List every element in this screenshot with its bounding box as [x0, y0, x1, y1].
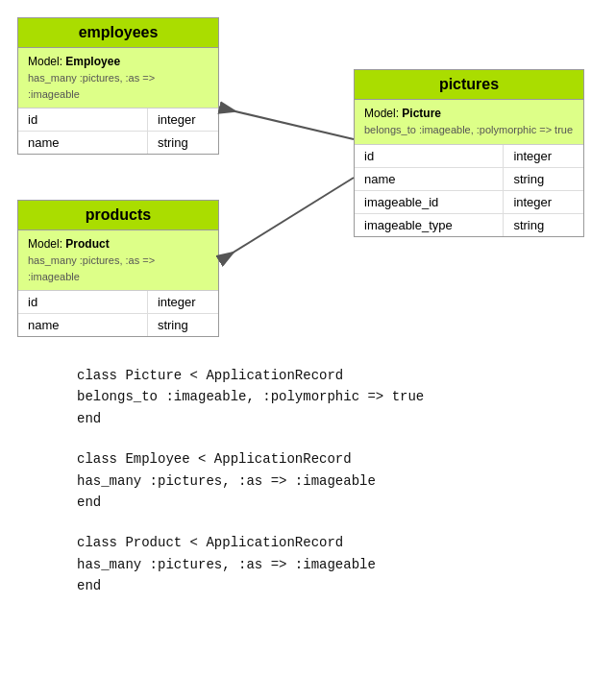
code-block-picture: class Picture < ApplicationRecord belong… — [77, 365, 587, 429]
pictures-model-name: Picture — [402, 107, 441, 120]
employees-header: employees — [18, 18, 218, 48]
pictures-fields: id integer name string imageable_id inte… — [355, 145, 583, 236]
employees-model-name: Employee — [65, 55, 120, 68]
products-model-name: Product — [65, 237, 109, 251]
field-name: name — [355, 167, 504, 190]
code-line: class Picture < ApplicationRecord — [77, 365, 587, 386]
code-block-employee: class Employee < ApplicationRecord has_m… — [77, 448, 587, 513]
table-row: id integer — [355, 145, 583, 168]
code-line: belongs_to :imageable, :polymorphic => t… — [77, 386, 587, 407]
field-type: integer — [147, 291, 218, 314]
table-row: id integer — [18, 109, 218, 132]
employees-association: has_many :pictures, :as => :imageable — [28, 72, 155, 100]
pictures-association: belongs_to :imageable, :polymorphic => t… — [364, 124, 573, 135]
code-line: end — [77, 575, 587, 596]
employees-model: Model: Employee has_many :pictures, :as … — [18, 48, 218, 109]
code-line: has_many :pictures, :as => :imageable — [77, 471, 587, 492]
field-name: name — [18, 132, 147, 155]
field-name: id — [355, 145, 504, 168]
field-name: imageable_type — [355, 213, 504, 236]
code-area: class Picture < ApplicationRecord belong… — [0, 346, 616, 636]
field-type: string — [504, 167, 583, 190]
code-line: end — [77, 492, 587, 513]
field-name: id — [18, 109, 147, 132]
field-type: integer — [504, 145, 583, 168]
field-type: string — [147, 314, 218, 337]
products-table: products Model: Product has_many :pictur… — [17, 200, 219, 337]
products-header: products — [18, 201, 218, 230]
pictures-model: Model: Picture belongs_to :imageable, :p… — [355, 100, 583, 145]
arrow-pictures-to-employees — [219, 108, 354, 139]
products-fields: id integer name string — [18, 291, 218, 336]
code-line: class Employee < ApplicationRecord — [77, 448, 587, 470]
code-line: class Product < ApplicationRecord — [77, 532, 587, 553]
table-row: name string — [18, 132, 218, 155]
field-name: imageable_id — [355, 190, 504, 213]
table-row: id integer — [18, 291, 218, 314]
pictures-table: pictures Model: Picture belongs_to :imag… — [354, 69, 584, 237]
pictures-header: pictures — [355, 70, 583, 100]
field-type: integer — [504, 190, 583, 213]
table-row: imageable_type string — [355, 213, 583, 236]
field-type: integer — [147, 109, 218, 132]
field-type: string — [147, 132, 218, 155]
table-row: name string — [355, 167, 583, 190]
employees-table: employees Model: Employee has_many :pict… — [17, 17, 219, 155]
arrow-pictures-to-products — [219, 178, 354, 261]
products-association: has_many :pictures, :as => :imageable — [28, 254, 155, 282]
table-row: imageable_id integer — [355, 190, 583, 213]
products-model-label: Model: — [28, 237, 65, 251]
employees-fields: id integer name string — [18, 109, 218, 154]
employees-model-label: Model: — [28, 55, 65, 68]
code-block-product: class Product < ApplicationRecord has_ma… — [77, 532, 587, 596]
field-type: string — [504, 213, 583, 236]
field-name: id — [18, 291, 147, 314]
code-line: has_many :pictures, :as => :imageable — [77, 554, 587, 575]
code-line: end — [77, 408, 587, 429]
pictures-model-label: Model: — [364, 107, 402, 120]
table-row: name string — [18, 314, 218, 337]
products-model: Model: Product has_many :pictures, :as =… — [18, 230, 218, 291]
field-name: name — [18, 314, 147, 337]
diagram-area: employees Model: Employee has_many :pict… — [0, 0, 616, 346]
